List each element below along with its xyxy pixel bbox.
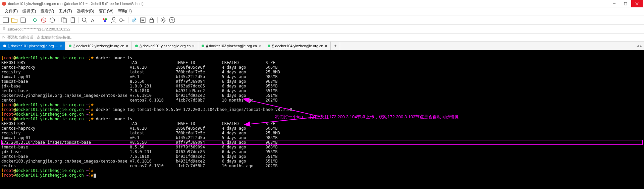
- tab-label: 4 docker103.yinzhengjie.org.cn: [206, 44, 257, 48]
- svg-text:A: A: [91, 17, 95, 23]
- hint-text: 要添加当前会话，点击左侧的箭头按钮。: [7, 35, 74, 40]
- save-icon[interactable]: [19, 16, 27, 24]
- tab-close-icon[interactable]: ×: [259, 44, 261, 48]
- maximize-button[interactable]: [620, 0, 631, 7]
- color-icon[interactable]: [101, 16, 109, 24]
- svg-point-15: [103, 18, 105, 20]
- tab-close-icon[interactable]: ×: [325, 44, 327, 48]
- tab-label: 3 docker101.yinzhengjie.org.cn: [140, 44, 191, 48]
- transfer-icon[interactable]: [130, 16, 138, 24]
- svg-point-26: [162, 19, 164, 21]
- svg-rect-10: [71, 18, 75, 22]
- tab-close-icon[interactable]: ×: [126, 44, 128, 48]
- menu-tools[interactable]: 工具(T): [57, 8, 74, 15]
- terminal[interactable]: [root@docker101.yinzhengjie.org.cn ~]# d…: [0, 50, 644, 189]
- svg-point-18: [112, 17, 115, 20]
- status-dot-icon: [135, 45, 138, 47]
- tab-bar: 1 docker101.yinzhengjie.org....×2 docker…: [0, 42, 644, 50]
- add-tab-button[interactable]: ＋: [331, 42, 340, 50]
- paste-icon[interactable]: [69, 16, 76, 24]
- svg-rect-29: [3, 28, 5, 30]
- annotation-text: 我们打一个tag，目的是想往172.200.3.104节点上传，观察172.20…: [275, 115, 459, 119]
- svg-rect-11: [72, 17, 74, 18]
- menu-window[interactable]: 窗口(W): [97, 8, 115, 15]
- tab-label: 1 docker101.yinzhengjie.org....: [8, 44, 58, 48]
- new-session-icon[interactable]: [2, 16, 9, 24]
- svg-line-7: [42, 18, 45, 21]
- tab-close-icon[interactable]: ×: [192, 44, 194, 48]
- menu-bar: 文件(F) 编辑(E) 查看(V) 工具(T) 选项卡(B) 窗口(W) 帮助(…: [0, 7, 644, 15]
- svg-rect-5: [3, 18, 9, 22]
- session-tab[interactable]: 3 docker101.yinzhengjie.org.cn×: [132, 42, 198, 50]
- svg-point-17: [104, 20, 106, 22]
- menu-help[interactable]: 帮助(H): [116, 8, 134, 15]
- toolbar: A ?: [0, 15, 644, 25]
- address-bar: ssh://root:**********@172.200.3.101:22: [0, 25, 644, 34]
- session-tab[interactable]: 2 docker102.yinzhengjie.org.cn×: [65, 42, 132, 50]
- script-icon[interactable]: [139, 16, 147, 24]
- session-tab[interactable]: 4 docker103.yinzhengjie.org.cn×: [198, 42, 265, 50]
- connect-icon[interactable]: [31, 16, 39, 24]
- menu-view[interactable]: 查看(V): [39, 8, 56, 15]
- font-icon[interactable]: A: [90, 16, 97, 24]
- hint-bar: 要添加当前会话，点击左侧的箭头按钮。: [0, 34, 644, 42]
- window-title: docker101.yinzhengjie.org.cn root@docker…: [8, 2, 144, 6]
- close-button[interactable]: [631, 0, 643, 7]
- open-icon[interactable]: [11, 16, 18, 24]
- reconnect-icon[interactable]: [49, 16, 56, 24]
- svg-rect-22: [141, 18, 145, 22]
- session-tab[interactable]: 1 docker101.yinzhengjie.org....×: [0, 42, 65, 50]
- tab-close-icon[interactable]: ×: [60, 44, 62, 48]
- status-dot-icon: [3, 45, 6, 47]
- status-dot-icon: [69, 45, 71, 47]
- svg-rect-25: [150, 19, 154, 22]
- tab-bar-right: ◂ ▸: [635, 42, 644, 50]
- app-icon: [1, 1, 7, 6]
- settings-icon[interactable]: [160, 16, 167, 24]
- help-icon[interactable]: ?: [168, 16, 176, 24]
- tab-label: 2 docker102.yinzhengjie.org.cn: [73, 44, 124, 48]
- copy-icon[interactable]: [60, 16, 68, 24]
- key-icon[interactable]: [119, 16, 126, 24]
- status-dot-icon: [202, 45, 204, 47]
- status-dot-icon: [268, 45, 270, 47]
- address-text[interactable]: ssh://root:**********@172.200.3.101:22: [7, 27, 70, 31]
- session-tab[interactable]: 5 docker104.yinzhengjie.org.cn×: [264, 42, 331, 50]
- minimize-button[interactable]: [608, 0, 620, 7]
- menu-file[interactable]: 文件(F): [3, 8, 20, 15]
- user-icon[interactable]: [110, 16, 117, 24]
- svg-rect-2: [624, 2, 627, 5]
- tab-label: 5 docker104.yinzhengjie.org.cn: [272, 44, 323, 48]
- tab-nav-left-icon[interactable]: ◂: [637, 44, 639, 48]
- svg-point-12: [82, 18, 86, 21]
- menu-edit[interactable]: 编辑(E): [20, 8, 38, 15]
- title-bar: docker101.yinzhengjie.org.cn root@docker…: [0, 0, 644, 7]
- menu-tabs[interactable]: 选项卡(B): [75, 8, 96, 15]
- lock-indicator-icon: [2, 26, 6, 32]
- tab-nav-right-icon[interactable]: ▸: [640, 44, 642, 48]
- search-icon[interactable]: [81, 16, 88, 24]
- svg-line-13: [86, 21, 87, 22]
- add-session-arrow-icon[interactable]: [2, 35, 6, 40]
- disconnect-icon[interactable]: [40, 16, 47, 24]
- svg-point-16: [105, 18, 107, 20]
- svg-text:?: ?: [171, 18, 173, 23]
- svg-point-19: [120, 18, 122, 21]
- lock-icon[interactable]: [148, 16, 155, 24]
- svg-point-0: [2, 2, 6, 6]
